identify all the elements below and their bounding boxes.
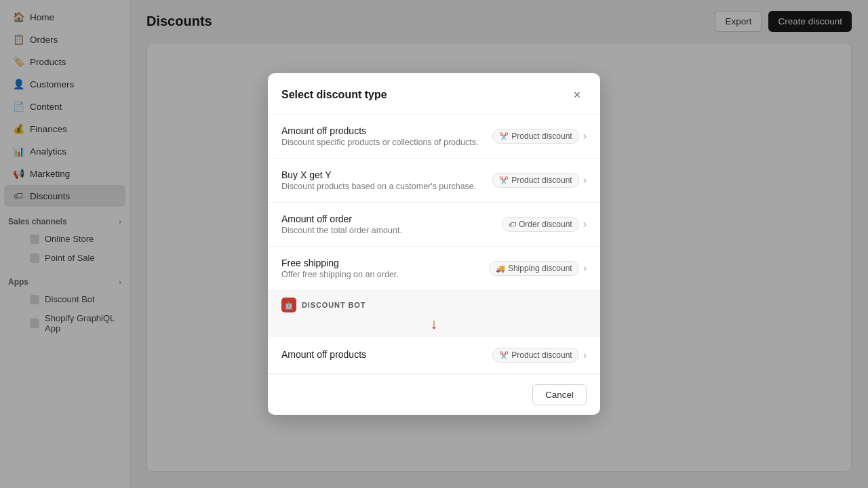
option-badge: 🏷 Order discount xyxy=(502,217,579,232)
discount-bot-header: 🤖 DISCOUNT BOT xyxy=(281,298,587,312)
option-desc: Discount the total order amount. xyxy=(281,226,502,235)
badge-label: Shipping discount xyxy=(508,264,572,273)
modal-title: Select discount type xyxy=(281,89,387,101)
discount-bot-icon: 🤖 xyxy=(281,298,296,312)
option-right: 🏷 Order discount › xyxy=(502,217,587,232)
option-badge: ✂️ Product discount xyxy=(492,348,578,363)
discount-option-free-shipping[interactable]: Free shipping Offer free shipping on an … xyxy=(268,247,600,291)
modal-overlay[interactable]: Select discount type × Amount off produc… xyxy=(0,0,868,488)
option-badge: ✂️ Product discount xyxy=(492,129,578,144)
modal-body: Amount off products Discount specific pr… xyxy=(268,115,600,374)
chevron-right-icon: › xyxy=(583,130,587,142)
select-discount-type-modal: Select discount type × Amount off produc… xyxy=(268,73,600,415)
modal-close-button[interactable]: × xyxy=(568,85,587,104)
option-right: 🚚 Shipping discount › xyxy=(489,261,587,276)
option-left: Amount off products xyxy=(281,349,492,361)
discount-option-buy-x-get-y[interactable]: Buy X get Y Discount products based on a… xyxy=(268,159,600,203)
arrow-down-red: ↓ xyxy=(281,315,587,333)
cancel-button[interactable]: Cancel xyxy=(532,384,587,405)
option-title: Buy X get Y xyxy=(281,169,492,180)
option-title: Amount off products xyxy=(281,349,492,360)
option-title: Amount off order xyxy=(281,214,502,224)
option-left: Amount off products Discount specific pr… xyxy=(281,125,492,147)
badge-label: Product discount xyxy=(511,350,572,360)
option-desc: Discount specific products or collection… xyxy=(281,138,492,147)
option-left: Buy X get Y Discount products based on a… xyxy=(281,169,492,191)
option-right: ✂️ Product discount › xyxy=(492,129,587,144)
chevron-right-icon: › xyxy=(583,174,587,186)
discount-bot-section: 🤖 DISCOUNT BOT ↓ xyxy=(268,291,600,337)
badge-icon: ✂️ xyxy=(499,176,509,185)
modal-footer: Cancel xyxy=(268,374,600,415)
option-left: Free shipping Offer free shipping on an … xyxy=(281,258,489,279)
option-right: ✂️ Product discount › xyxy=(492,173,587,188)
badge-icon: ✂️ xyxy=(499,351,509,360)
option-badge: 🚚 Shipping discount xyxy=(489,261,579,276)
option-left: Amount off order Discount the total orde… xyxy=(281,214,502,235)
option-title: Amount off products xyxy=(281,125,492,136)
option-right: ✂️ Product discount › xyxy=(492,348,587,363)
discount-option-bot-amount-off-products[interactable]: Amount off products ✂️ Product discount … xyxy=(268,337,600,374)
badge-icon: ✂️ xyxy=(499,132,509,141)
badge-label: Product discount xyxy=(511,131,572,141)
option-desc: Offer free shipping on an order. xyxy=(281,270,489,279)
modal-header: Select discount type × xyxy=(268,73,600,115)
badge-icon: 🏷 xyxy=(509,220,516,228)
chevron-right-icon: › xyxy=(583,349,587,361)
discount-option-amount-off-order[interactable]: Amount off order Discount the total orde… xyxy=(268,203,600,247)
badge-label: Order discount xyxy=(519,220,572,229)
badge-label: Product discount xyxy=(511,176,572,185)
chevron-right-icon: › xyxy=(583,218,587,230)
discount-option-amount-off-products[interactable]: Amount off products Discount specific pr… xyxy=(268,115,600,159)
chevron-right-icon: › xyxy=(583,262,587,274)
option-badge: ✂️ Product discount xyxy=(492,173,578,188)
option-title: Free shipping xyxy=(281,258,489,268)
option-desc: Discount products based on a customer's … xyxy=(281,182,492,191)
badge-icon: 🚚 xyxy=(496,264,505,273)
discount-bot-label: DISCOUNT BOT xyxy=(302,301,366,309)
